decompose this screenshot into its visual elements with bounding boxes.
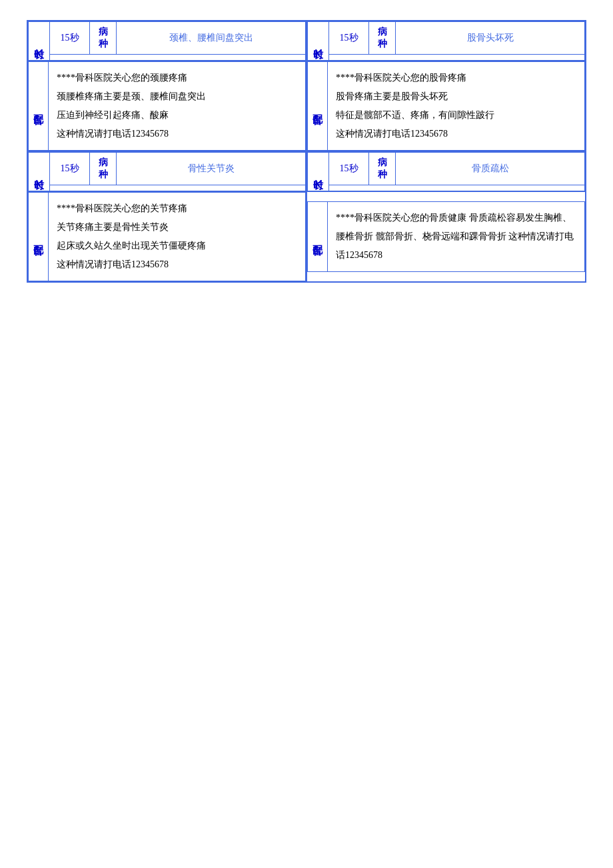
content-label-1: 配音 bbox=[29, 62, 49, 151]
content-line-r1-2: 股骨疼痛主要是股骨头坏死 bbox=[336, 91, 448, 101]
table-row-content-1: 配音 ****骨科医院关心您的颈腰疼痛 颈腰椎疼痛主要是颈、腰椎间盘突出 压迫到… bbox=[27, 61, 586, 152]
content-line-1-2: 颈腰椎疼痛主要是颈、腰椎间盘突出 bbox=[57, 91, 206, 101]
duration-label-r1: 时长 bbox=[308, 22, 329, 61]
right-content-table-2: 配音 ****骨科医院关心您的骨质健康 骨质疏松容易发生胸椎、腰椎骨折 髋部骨折… bbox=[307, 201, 585, 272]
spacer-1 bbox=[50, 55, 306, 61]
right-content-cell-1: 配音 ****骨科医院关心您的股骨疼痛 股骨疼痛主要是股骨头坏死 特征是髋部不适… bbox=[306, 61, 586, 152]
type-label-r1: 病种 bbox=[369, 22, 396, 55]
type-value-2: 骨性关节炎 bbox=[117, 153, 306, 185]
duration-value-r1: 15秒 bbox=[329, 22, 369, 55]
spacer-r1 bbox=[329, 55, 585, 61]
left-content-cell-1: 配音 ****骨科医院关心您的颈腰疼痛 颈腰椎疼痛主要是颈、腰椎间盘突出 压迫到… bbox=[27, 61, 306, 152]
duration-value-r2: 15秒 bbox=[329, 153, 369, 185]
content-line-1-3: 压迫到神经引起疼痛、酸麻 bbox=[57, 110, 169, 120]
content-line-r2-1: ****骨科医院关心您的骨质健康 骨质疏松容易发生胸椎、腰椎骨折 髋部骨折、桡骨… bbox=[336, 213, 574, 260]
right-content-table-1: 配音 ****骨科医院关心您的股骨疼痛 股骨疼痛主要是股骨头坏死 特征是髋部不适… bbox=[307, 61, 585, 151]
right-header-cell-2: 时长 15秒 病种 骨质疏松 bbox=[306, 151, 586, 192]
left-header-table-1: 时长 15秒 病种 颈椎、腰椎间盘突出 bbox=[28, 21, 306, 61]
type-value-r1: 股骨头坏死 bbox=[396, 22, 585, 55]
content-line-2-3: 起床或久站久坐时出现关节僵硬疼痛 bbox=[57, 241, 206, 251]
table-row-content-2: 配音 ****骨科医院关心您的关节疼痛 关节疼痛主要是骨性关节炎 起床或久站久坐… bbox=[27, 192, 586, 283]
right-header-table-1: 时长 15秒 病种 股骨头坏死 bbox=[307, 21, 585, 61]
content-line-r1-3: 特征是髋部不适、疼痛，有间隙性跛行 bbox=[336, 110, 494, 120]
content-text-r2: ****骨科医院关心您的骨质健康 骨质疏松容易发生胸椎、腰椎骨折 髋部骨折、桡骨… bbox=[328, 202, 585, 272]
content-line-2-4: 这种情况请打电话12345678 bbox=[57, 259, 169, 269]
duration-label-r2: 时长 bbox=[308, 153, 329, 191]
spacer-r2 bbox=[329, 185, 585, 191]
left-header-cell-1: 时长 15秒 病种 颈椎、腰椎间盘突出 bbox=[27, 21, 306, 61]
content-label-r1: 配音 bbox=[308, 62, 328, 151]
content-label-2: 配音 bbox=[29, 193, 49, 281]
duration-label-2: 时长 bbox=[29, 153, 50, 191]
duration-value-2: 15秒 bbox=[50, 153, 90, 185]
duration-label-1: 时长 bbox=[29, 22, 50, 61]
right-content-cell-2: 配音 ****骨科医院关心您的骨质健康 骨质疏松容易发生胸椎、腰椎骨折 髋部骨折… bbox=[306, 192, 586, 283]
left-content-table-1: 配音 ****骨科医院关心您的颈腰疼痛 颈腰椎疼痛主要是颈、腰椎间盘突出 压迫到… bbox=[28, 61, 306, 151]
right-header-cell-1: 时长 15秒 病种 股骨头坏死 bbox=[306, 21, 586, 61]
main-content-table: 时长 15秒 病种 颈椎、腰椎间盘突出 时长 15秒 病种 股骨头坏死 bbox=[27, 20, 586, 283]
content-line-r1-1: ****骨科医院关心您的股骨疼痛 bbox=[336, 73, 466, 83]
content-text-2: ****骨科医院关心您的关节疼痛 关节疼痛主要是骨性关节炎 起床或久站久坐时出现… bbox=[49, 193, 306, 281]
type-label-r2: 病种 bbox=[369, 153, 396, 185]
type-value-1: 颈椎、腰椎间盘突出 bbox=[117, 22, 306, 55]
content-text-r1: ****骨科医院关心您的股骨疼痛 股骨疼痛主要是股骨头坏死 特征是髋部不适、疼痛… bbox=[328, 62, 585, 151]
content-line-2-1: ****骨科医院关心您的关节疼痛 bbox=[57, 203, 187, 213]
left-content-cell-2: 配音 ****骨科医院关心您的关节疼痛 关节疼痛主要是骨性关节炎 起床或久站久坐… bbox=[27, 192, 306, 283]
content-text-1: ****骨科医院关心您的颈腰疼痛 颈腰椎疼痛主要是颈、腰椎间盘突出 压迫到神经引… bbox=[49, 62, 306, 151]
left-content-table-2: 配音 ****骨科医院关心您的关节疼痛 关节疼痛主要是骨性关节炎 起床或久站久坐… bbox=[28, 192, 306, 281]
type-value-r2: 骨质疏松 bbox=[396, 153, 585, 185]
content-line-1-4: 这种情况请打电话12345678 bbox=[57, 129, 169, 139]
left-header-table-2: 时长 15秒 病种 骨性关节炎 bbox=[28, 152, 306, 191]
right-header-table-2: 时长 15秒 病种 骨质疏松 bbox=[307, 152, 585, 191]
content-line-2-2: 关节疼痛主要是骨性关节炎 bbox=[57, 222, 169, 232]
left-header-cell-2: 时长 15秒 病种 骨性关节炎 bbox=[27, 151, 306, 192]
content-label-r2: 配音 bbox=[308, 202, 328, 272]
spacer-2 bbox=[50, 185, 306, 191]
content-line-1-1: ****骨科医院关心您的颈腰疼痛 bbox=[57, 73, 187, 83]
type-label-1: 病种 bbox=[90, 22, 117, 55]
table-row: 时长 15秒 病种 颈椎、腰椎间盘突出 时长 15秒 病种 股骨头坏死 bbox=[27, 21, 586, 61]
duration-value-1: 15秒 bbox=[50, 22, 90, 55]
table-row-2: 时长 15秒 病种 骨性关节炎 时长 15秒 病种 骨质疏松 bbox=[27, 151, 586, 192]
type-label-2: 病种 bbox=[90, 153, 117, 185]
content-line-r1-4: 这种情况请打电话12345678 bbox=[336, 129, 448, 139]
